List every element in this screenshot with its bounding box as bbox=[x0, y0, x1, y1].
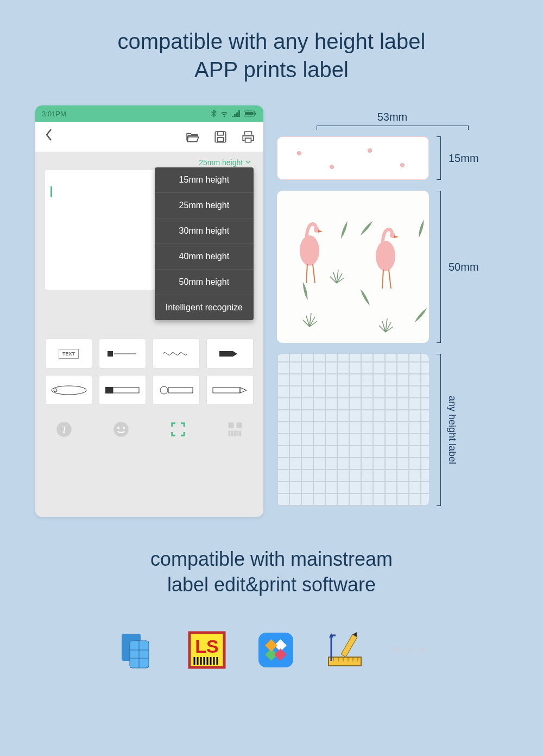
width-dimension: 53mm bbox=[277, 111, 508, 123]
software-icon-ls: LS bbox=[187, 630, 226, 670]
dd-item-15mm[interactable]: 15mm height bbox=[155, 167, 254, 193]
open-folder-icon[interactable] bbox=[186, 130, 200, 144]
more-dots bbox=[394, 647, 425, 653]
svg-rect-25 bbox=[236, 431, 238, 436]
toolbar-actions bbox=[186, 130, 255, 144]
subheading-line-1: compatible with mainstream bbox=[0, 547, 543, 572]
heading-line-1: compatible with any height label bbox=[0, 27, 543, 55]
svg-point-12 bbox=[160, 386, 168, 394]
svg-point-17 bbox=[113, 422, 129, 437]
svg-rect-2 bbox=[255, 113, 256, 115]
main-content: 3:01PM bbox=[0, 84, 543, 528]
svg-rect-10 bbox=[105, 387, 113, 393]
template-2[interactable] bbox=[99, 339, 146, 368]
dd-item-intelligent[interactable]: Intelligent recognize bbox=[155, 295, 254, 320]
heading-line-2: APP prints label bbox=[0, 55, 543, 84]
svg-rect-13 bbox=[168, 388, 193, 393]
flamingo-pattern bbox=[277, 191, 429, 343]
svg-line-33 bbox=[382, 270, 383, 289]
height-dim-any bbox=[437, 354, 441, 506]
height-dropdown: 15mm height 25mm height 30mm height 40mm… bbox=[155, 167, 254, 320]
phone-mockup: 3:01PM bbox=[35, 105, 263, 517]
svg-rect-4 bbox=[218, 132, 224, 135]
signal-icon bbox=[232, 110, 241, 117]
back-icon[interactable] bbox=[43, 127, 53, 146]
svg-point-19 bbox=[123, 427, 125, 429]
dot-icon bbox=[418, 647, 425, 653]
dim-label-50: 50mm bbox=[449, 261, 479, 273]
height-dim-15 bbox=[437, 136, 441, 180]
width-dimension-line bbox=[317, 126, 469, 130]
svg-rect-3 bbox=[215, 132, 226, 142]
svg-rect-21 bbox=[236, 423, 242, 428]
print-icon[interactable] bbox=[241, 130, 255, 144]
label-sample-50mm bbox=[277, 191, 429, 343]
svg-rect-50 bbox=[258, 633, 293, 667]
svg-point-18 bbox=[117, 427, 119, 429]
dd-item-50mm[interactable]: 50mm height bbox=[155, 270, 254, 295]
svg-point-31 bbox=[376, 241, 395, 271]
app-toolbar bbox=[35, 122, 263, 152]
dd-item-25mm[interactable]: 25mm height bbox=[155, 193, 254, 218]
svg-text:T: T bbox=[61, 424, 67, 435]
svg-rect-62 bbox=[341, 634, 357, 657]
template-6[interactable] bbox=[99, 375, 146, 405]
nav-emoji[interactable] bbox=[92, 421, 149, 438]
svg-line-29 bbox=[306, 264, 307, 283]
dot-icon bbox=[394, 647, 401, 653]
svg-point-27 bbox=[300, 235, 319, 266]
dot-icon bbox=[406, 647, 413, 653]
chevron-down-icon bbox=[245, 159, 251, 165]
battery-icon bbox=[244, 110, 257, 117]
software-icon-diamond bbox=[256, 630, 295, 670]
template-4[interactable] bbox=[206, 339, 254, 368]
svg-text:LS: LS bbox=[195, 636, 218, 657]
svg-rect-22 bbox=[228, 431, 230, 436]
nav-frame[interactable] bbox=[149, 421, 206, 438]
canvas-cursor bbox=[50, 186, 52, 197]
software-icon-ruler bbox=[325, 630, 364, 670]
dim-label-15: 15mm bbox=[449, 152, 479, 165]
svg-rect-1 bbox=[245, 112, 254, 115]
any-height-caption: any height label bbox=[446, 396, 458, 464]
svg-rect-6 bbox=[108, 351, 113, 357]
svg-rect-26 bbox=[239, 431, 241, 436]
svg-rect-23 bbox=[231, 431, 233, 436]
nav-text[interactable]: T bbox=[35, 421, 92, 438]
svg-rect-14 bbox=[213, 388, 240, 393]
dd-item-40mm[interactable]: 40mm height bbox=[155, 244, 254, 270]
svg-rect-20 bbox=[228, 423, 233, 428]
svg-line-30 bbox=[313, 264, 315, 283]
template-8[interactable] bbox=[206, 375, 254, 405]
software-row: LS bbox=[0, 630, 543, 670]
svg-rect-11 bbox=[113, 388, 139, 393]
sample-50mm-row: 50mm bbox=[277, 191, 508, 343]
software-icon-labels bbox=[118, 630, 157, 670]
svg-rect-5 bbox=[218, 138, 224, 142]
bluetooth-icon bbox=[211, 110, 217, 117]
save-icon[interactable] bbox=[213, 130, 228, 144]
label-samples: 53mm 15mm bbox=[277, 105, 508, 517]
svg-line-34 bbox=[389, 270, 391, 289]
main-heading: compatible with any height label APP pri… bbox=[0, 0, 543, 84]
template-5[interactable] bbox=[45, 375, 92, 405]
status-icons bbox=[211, 110, 257, 117]
sample-15mm-row: 15mm bbox=[277, 136, 508, 180]
status-time: 3:01PM bbox=[42, 110, 66, 118]
svg-rect-24 bbox=[233, 431, 236, 436]
subheading: compatible with mainstream label edit&pr… bbox=[0, 547, 543, 598]
template-7[interactable] bbox=[153, 375, 200, 405]
height-dim-50 bbox=[437, 191, 441, 343]
label-canvas-area: 15mm height 25mm height 30mm height 40mm… bbox=[35, 170, 263, 290]
nav-qr[interactable] bbox=[206, 421, 263, 438]
template-3[interactable] bbox=[153, 339, 200, 368]
sample-any-row: any height label bbox=[277, 354, 508, 506]
bottom-nav: T bbox=[35, 416, 263, 447]
subheading-line-2: label edit&print software bbox=[0, 572, 543, 598]
dd-item-30mm[interactable]: 30mm height bbox=[155, 218, 254, 244]
template-text[interactable]: TEXT bbox=[45, 339, 92, 368]
dim-line-any bbox=[437, 354, 441, 506]
status-bar: 3:01PM bbox=[35, 105, 263, 122]
wifi-icon bbox=[220, 110, 229, 117]
dim-line-50 bbox=[437, 191, 441, 343]
